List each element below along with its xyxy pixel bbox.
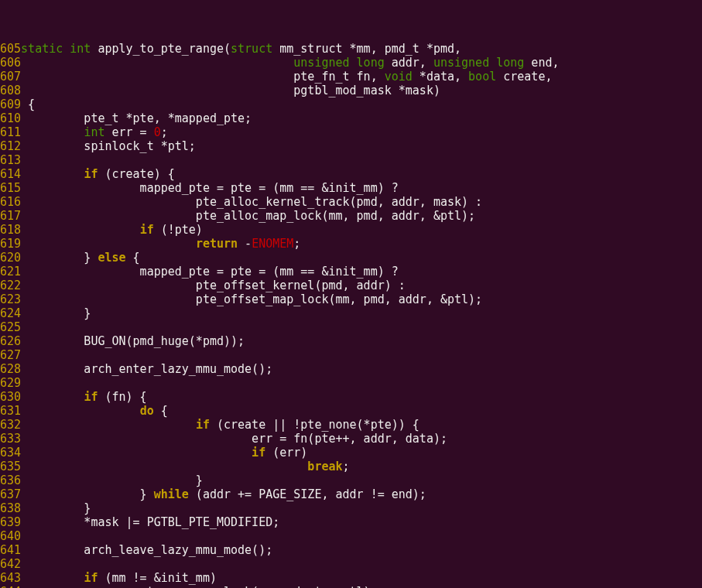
code-text bbox=[21, 418, 196, 432]
token-kw-storage: struct bbox=[231, 42, 272, 56]
line-number: 631 bbox=[0, 404, 21, 418]
code-line[interactable]: 609 { bbox=[0, 97, 702, 111]
code-text: pte_alloc_kernel_track(pmd, addr, mask) … bbox=[21, 195, 482, 209]
line-number: 627 bbox=[0, 348, 21, 362]
code-line[interactable]: 616 pte_alloc_kernel_track(pmd, addr, ma… bbox=[0, 195, 702, 209]
code-line[interactable]: 622 pte_offset_kernel(pmd, addr) : bbox=[0, 279, 702, 292]
code-text: mapped_pte = pte = (mm == &init_mm) ? bbox=[21, 181, 399, 195]
code-line[interactable]: 634 if (err) bbox=[0, 446, 702, 460]
code-line[interactable]: 641 arch_leave_lazy_mmu_mode(); bbox=[0, 543, 702, 557]
token-kw-storage: int bbox=[70, 42, 91, 56]
line-number: 639 bbox=[0, 515, 21, 529]
line-number: 640 bbox=[0, 529, 21, 543]
token-kw-storage: unsigned bbox=[433, 56, 489, 70]
code-line[interactable]: 605static int apply_to_pte_range(struct … bbox=[0, 42, 702, 56]
line-number: 643 bbox=[0, 571, 21, 585]
code-text bbox=[21, 446, 252, 460]
code-line[interactable]: 621 mapped_pte = pte = (mm == &init_mm) … bbox=[0, 265, 702, 279]
token-kw-control: break bbox=[307, 460, 342, 473]
code-line[interactable]: 613 bbox=[0, 153, 702, 167]
code-text: create, bbox=[496, 70, 552, 84]
token-kw-control: if bbox=[84, 390, 98, 404]
code-line[interactable]: 639 *mask |= PGTBL_PTE_MODIFIED; bbox=[0, 515, 702, 529]
token-kw-control: do bbox=[140, 404, 154, 418]
code-line[interactable]: 633 err = fn(pte++, addr, data); bbox=[0, 432, 702, 446]
code-text: } bbox=[21, 473, 203, 487]
line-number: 612 bbox=[0, 139, 21, 153]
line-number: 619 bbox=[0, 237, 21, 251]
code-text: apply_to_pte_range( bbox=[91, 42, 231, 56]
code-editor[interactable]: 605static int apply_to_pte_range(struct … bbox=[0, 42, 702, 588]
token-kw-storage: static bbox=[21, 42, 63, 56]
code-line[interactable]: 635 break; bbox=[0, 460, 702, 473]
code-line[interactable]: 606 unsigned long addr, unsigned long en… bbox=[0, 56, 702, 70]
code-text: (mm != &init_mm) bbox=[98, 571, 217, 585]
code-line[interactable]: 617 pte_alloc_map_lock(mm, pmd, addr, &p… bbox=[0, 209, 702, 223]
token-kw-control: if bbox=[140, 223, 154, 237]
code-line[interactable]: 626 BUG_ON(pmd_huge(*pmd)); bbox=[0, 334, 702, 348]
code-line[interactable]: 628 arch_enter_lazy_mmu_mode(); bbox=[0, 362, 702, 376]
code-line[interactable]: 631 do { bbox=[0, 404, 702, 418]
code-text: addr, bbox=[385, 56, 433, 70]
line-number: 635 bbox=[0, 460, 21, 473]
code-line[interactable]: 619 return -ENOMEM; bbox=[0, 237, 702, 251]
code-text: { bbox=[154, 404, 168, 418]
code-text bbox=[63, 42, 70, 56]
code-line[interactable]: 618 if (!pte) bbox=[0, 223, 702, 237]
code-line[interactable]: 624 } bbox=[0, 306, 702, 320]
code-line[interactable]: 637 } while (addr += PAGE_SIZE, addr != … bbox=[0, 487, 702, 501]
code-text: spinlock_t *ptl; bbox=[21, 139, 196, 153]
code-line[interactable]: 620 } else { bbox=[0, 251, 702, 265]
code-text: ; bbox=[343, 460, 350, 473]
code-text: pte_fn_t fn, bbox=[21, 70, 385, 84]
code-line[interactable]: 607 pte_fn_t fn, void *data, bool create… bbox=[0, 70, 702, 84]
code-text: arch_enter_lazy_mmu_mode(); bbox=[21, 362, 272, 376]
code-line[interactable]: 614 if (create) { bbox=[0, 167, 702, 181]
code-text: err = fn(pte++, addr, data); bbox=[21, 432, 447, 446]
code-line[interactable]: 630 if (fn) { bbox=[0, 390, 702, 404]
code-line[interactable]: 612 spinlock_t *ptl; bbox=[0, 139, 702, 153]
code-text: (fn) { bbox=[98, 390, 146, 404]
code-line[interactable]: 625 bbox=[0, 320, 702, 334]
code-text bbox=[21, 460, 307, 473]
code-line[interactable]: 638 } bbox=[0, 501, 702, 515]
token-kw-storage: int bbox=[84, 125, 104, 139]
code-text: { bbox=[126, 251, 140, 265]
code-line[interactable]: 642 bbox=[0, 557, 702, 571]
line-number: 609 bbox=[0, 97, 21, 111]
code-line[interactable]: 610 pte_t *pte, *mapped_pte; bbox=[0, 111, 702, 125]
line-number: 625 bbox=[0, 320, 21, 334]
code-text bbox=[21, 223, 140, 237]
code-text: } bbox=[21, 306, 91, 320]
line-number: 611 bbox=[0, 125, 21, 139]
token-num-red: 0 bbox=[154, 125, 161, 139]
code-text: ; bbox=[293, 237, 300, 251]
code-line[interactable]: 623 pte_offset_map_lock(mm, pmd, addr, &… bbox=[0, 292, 702, 306]
code-text: BUG_ON(pmd_huge(*pmd)); bbox=[21, 334, 245, 348]
code-line[interactable]: 627 bbox=[0, 348, 702, 362]
code-line[interactable]: 644 pte_unmap_unlock(mapped_pte, ptl); bbox=[0, 585, 702, 588]
line-number: 617 bbox=[0, 209, 21, 223]
code-line[interactable]: 643 if (mm != &init_mm) bbox=[0, 571, 702, 585]
line-number: 637 bbox=[0, 487, 21, 501]
code-line[interactable]: 629 bbox=[0, 376, 702, 390]
code-line[interactable]: 640 bbox=[0, 529, 702, 543]
token-kw-storage: unsigned bbox=[293, 56, 349, 70]
code-line[interactable]: 611 int err = 0; bbox=[0, 125, 702, 139]
line-number: 607 bbox=[0, 70, 21, 84]
code-text bbox=[21, 125, 84, 139]
code-line[interactable]: 608 pgtbl_mod_mask *mask) bbox=[0, 84, 702, 97]
code-text: (err) bbox=[265, 446, 307, 460]
code-text bbox=[350, 56, 357, 70]
code-line[interactable]: 636 } bbox=[0, 473, 702, 487]
code-text: pte_t *pte, *mapped_pte; bbox=[21, 111, 252, 125]
code-text: pte_alloc_map_lock(mm, pmd, addr, &ptl); bbox=[21, 209, 475, 223]
token-kw-control: if bbox=[196, 418, 210, 432]
line-number: 636 bbox=[0, 473, 21, 487]
line-number: 620 bbox=[0, 251, 21, 265]
token-kw-storage: void bbox=[385, 70, 413, 84]
code-line[interactable]: 632 if (create || !pte_none(*pte)) { bbox=[0, 418, 702, 432]
line-number: 642 bbox=[0, 557, 21, 571]
code-text: *data, bbox=[413, 70, 468, 84]
code-line[interactable]: 615 mapped_pte = pte = (mm == &init_mm) … bbox=[0, 181, 702, 195]
